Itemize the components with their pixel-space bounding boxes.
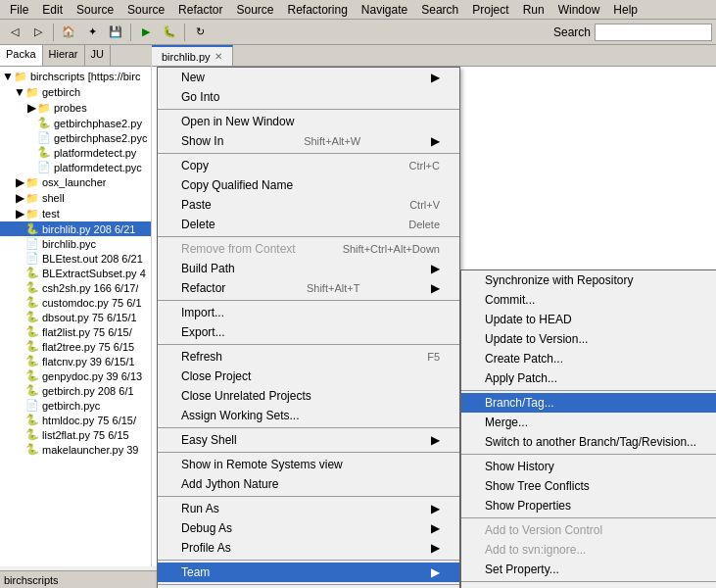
tree-root[interactable]: ▼ 📁 birchscripts [https://birc <box>0 69 151 84</box>
menu-item-add-jython-nature[interactable]: Add Jython Nature <box>158 474 459 494</box>
menu-item-synchronize-with-repository[interactable]: Synchronize with Repository <box>461 270 716 290</box>
menu-item-close-unrelated-projects[interactable]: Close Unrelated Projects <box>158 386 459 406</box>
menu-item-switch-to-another-branch-tag-revision---[interactable]: Switch to another Branch/Tag/Revision... <box>461 432 716 452</box>
list-item[interactable]: 🐍 htmldoc.py 75 6/15/ <box>0 413 151 427</box>
editor-tab-birchlib[interactable]: birchlib.py ✕ <box>152 45 233 66</box>
menu-navigate[interactable]: Navigate <box>356 1 413 19</box>
selected-file[interactable]: 🐍 birchlib.py 208 6/21 <box>0 221 151 236</box>
shortcut-label: Shift+Alt+T <box>287 282 359 294</box>
list-item[interactable]: 🐍 getbirch.py 208 6/1 <box>0 383 151 398</box>
menu-item-refresh[interactable]: RefreshF5 <box>158 347 459 367</box>
list-item[interactable]: 📄 BLEtest.out 208 6/21 <box>0 251 151 266</box>
list-item[interactable]: 📄 getbirchphase2.pyc <box>0 130 151 145</box>
menu-item-go-into[interactable]: Go Into <box>158 87 459 107</box>
panel-tab-packages[interactable]: Packa <box>0 45 43 66</box>
menu-item-branch-tag---[interactable]: Branch/Tag... <box>461 393 716 413</box>
menu-refactor[interactable]: Refactor <box>172 1 228 19</box>
menu-item-merge---[interactable]: Merge... <box>461 413 716 432</box>
menu-item-show-in[interactable]: Show InShift+Alt+W▶ <box>158 131 459 151</box>
tree-toggle[interactable]: ▼ <box>14 85 25 99</box>
menu-item-update-to-head[interactable]: Update to HEAD <box>461 310 716 329</box>
menu-item-create-patch---[interactable]: Create Patch... <box>461 349 716 368</box>
menu-source3[interactable]: Source <box>230 1 279 19</box>
menu-item-update-to-version---[interactable]: Update to Version... <box>461 329 716 349</box>
list-item[interactable]: 📄 birchlib.pyc <box>0 236 151 251</box>
panel-tab-hierarchy[interactable]: Hierar <box>43 45 85 66</box>
tab-close-button[interactable]: ✕ <box>215 51 222 62</box>
menu-edit[interactable]: Edit <box>36 1 69 19</box>
submenu-arrow: ▶ <box>421 521 440 535</box>
menu-refactoring[interactable]: Refactoring <box>281 1 353 19</box>
menu-item-import---[interactable]: Import... <box>158 303 459 322</box>
menu-search[interactable]: Search <box>415 1 464 19</box>
list-item[interactable]: 🐍 list2flat.py 75 6/15 <box>0 427 151 442</box>
list-item[interactable]: ▼ 📁 getbirch <box>0 84 151 100</box>
menu-item-assign-working-sets---[interactable]: Assign Working Sets... <box>158 406 459 425</box>
forward-button[interactable]: ▷ <box>27 23 49 42</box>
home-button[interactable]: 🏠 <box>58 23 79 42</box>
menu-item-debug-as[interactable]: Debug As▶ <box>158 518 459 538</box>
menu-window[interactable]: Window <box>552 1 606 19</box>
menu-item-new[interactable]: New▶ <box>158 68 459 87</box>
menu-source1[interactable]: Source <box>71 1 119 19</box>
save-button[interactable]: 💾 <box>105 23 126 42</box>
list-item[interactable]: 🐍 csh2sh.py 166 6/17/ <box>0 280 151 295</box>
menu-item-team[interactable]: Team▶ <box>158 563 459 582</box>
refresh-button[interactable]: ↻ <box>189 23 211 42</box>
list-item[interactable]: 🐍 platformdetect.py <box>0 145 151 160</box>
tree-toggle[interactable]: ▶ <box>14 175 25 189</box>
menu-item-commit---[interactable]: Commit... <box>461 290 716 310</box>
list-item[interactable]: 🐍 flatcnv.py 39 6/15/1 <box>0 354 151 368</box>
list-item[interactable]: 🐍 genpydoc.py 39 6/13 <box>0 368 151 383</box>
menu-item-close-project[interactable]: Close Project <box>158 367 459 386</box>
list-item[interactable]: 🐍 BLExtractSubset.py 4 <box>0 266 151 280</box>
file-icon: 📄 <box>25 237 39 250</box>
menu-help[interactable]: Help <box>607 1 644 19</box>
menu-item-delete[interactable]: DeleteDelete <box>158 215 459 234</box>
menu-run[interactable]: Run <box>517 1 550 19</box>
list-item[interactable]: 🐍 getbirchphase2.py <box>0 116 151 130</box>
menu-item-show-in-remote-systems-view[interactable]: Show in Remote Systems view <box>158 455 459 474</box>
list-item[interactable]: ▶ 📁 shell <box>0 190 151 206</box>
menu-file[interactable]: File <box>4 1 34 19</box>
menu-item-label: Set Property... <box>485 563 559 576</box>
list-item[interactable]: 🐍 makelauncher.py 39 <box>0 442 151 457</box>
menu-item-copy[interactable]: CopyCtrl+C <box>158 156 459 175</box>
panel-tab-junit[interactable]: JU <box>85 45 111 66</box>
menu-source2[interactable]: Source <box>121 1 170 19</box>
menu-item-profile-as[interactable]: Profile As▶ <box>158 538 459 558</box>
menu-item-apply-patch---[interactable]: Apply Patch... <box>461 368 716 388</box>
list-item[interactable]: 🐍 flat2list.py 75 6/15/ <box>0 324 151 339</box>
debug-button[interactable]: 🐛 <box>159 23 180 42</box>
menu-item-show-history[interactable]: Show History <box>461 457 716 476</box>
menu-item-show-properties[interactable]: Show Properties <box>461 496 716 515</box>
menu-item-run-as[interactable]: Run As▶ <box>158 499 459 518</box>
menu-item-build-path[interactable]: Build Path▶ <box>158 259 459 278</box>
run-button[interactable]: ▶ <box>135 23 157 42</box>
list-item[interactable]: ▶ 📁 test <box>0 206 151 221</box>
tree-toggle[interactable]: ▶ <box>14 207 25 220</box>
menu-item-open-in-new-window[interactable]: Open in New Window <box>158 112 459 131</box>
list-item[interactable]: 🐍 flat2tree.py 75 6/15 <box>0 339 151 354</box>
menu-item-easy-shell[interactable]: Easy Shell▶ <box>158 430 459 450</box>
menu-item-export---[interactable]: Export... <box>158 322 459 342</box>
list-item[interactable]: 🐍 customdoc.py 75 6/1 <box>0 295 151 310</box>
menu-project[interactable]: Project <box>466 1 514 19</box>
menu-item-show-tree-conflicts[interactable]: Show Tree Conflicts <box>461 476 716 496</box>
tree-toggle[interactable]: ▶ <box>14 191 25 205</box>
list-item[interactable]: ▶ 📁 osx_launcher <box>0 174 151 190</box>
list-item[interactable]: ▶ 📁 probes <box>0 100 151 116</box>
list-item[interactable]: 📄 platformdetect.pyc <box>0 160 151 174</box>
menu-item-set-property---[interactable]: Set Property... <box>461 560 716 579</box>
back-button[interactable]: ◁ <box>4 23 25 42</box>
list-item[interactable]: 🐍 dbsout.py 75 6/15/1 <box>0 310 151 324</box>
search-input[interactable] <box>595 24 712 41</box>
list-item[interactable]: 📄 getbirch.pyc <box>0 398 151 413</box>
menu-item-paste[interactable]: PasteCtrl+V <box>158 195 459 215</box>
tree-toggle[interactable]: ▶ <box>25 101 37 115</box>
new-button[interactable]: ✦ <box>81 23 103 42</box>
tree-toggle-root[interactable]: ▼ <box>2 70 14 83</box>
menu-item-revert---[interactable]: Revert... <box>461 584 716 588</box>
menu-item-copy-qualified-name[interactable]: Copy Qualified Name <box>158 175 459 195</box>
menu-item-refactor[interactable]: RefactorShift+Alt+T▶ <box>158 278 459 298</box>
